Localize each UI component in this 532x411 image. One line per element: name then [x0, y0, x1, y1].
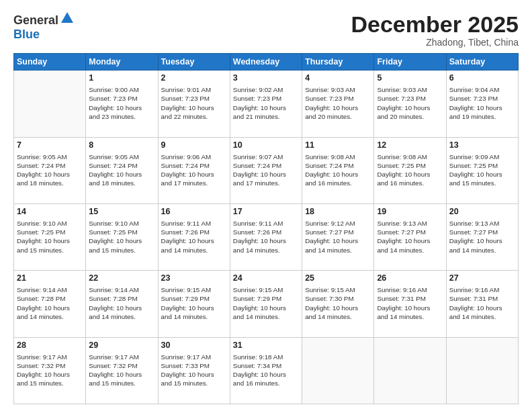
weekday-header-row: SundayMondayTuesdayWednesdayThursdayFrid… — [14, 54, 519, 71]
day-info: Sunrise: 9:00 AM Sunset: 7:23 PM Dayligh… — [89, 85, 154, 121]
day-number: 31 — [233, 340, 299, 351]
logo: General Blue — [13, 12, 75, 41]
calendar-cell: 5Sunrise: 9:03 AM Sunset: 7:23 PM Daylig… — [374, 71, 446, 137]
day-info: Sunrise: 9:13 AM Sunset: 7:27 PM Dayligh… — [449, 219, 515, 255]
day-number: 5 — [377, 73, 443, 84]
day-number: 7 — [17, 140, 83, 151]
calendar-cell: 2Sunrise: 9:01 AM Sunset: 7:23 PM Daylig… — [158, 71, 230, 137]
logo-general: General — [13, 14, 58, 26]
calendar-cell: 23Sunrise: 9:15 AM Sunset: 7:29 PM Dayli… — [158, 271, 230, 337]
calendar-week-2: 7Sunrise: 9:05 AM Sunset: 7:24 PM Daylig… — [14, 137, 519, 203]
day-number: 4 — [305, 73, 371, 84]
svg-marker-0 — [61, 12, 73, 23]
day-number: 8 — [89, 140, 154, 151]
day-number: 11 — [305, 140, 371, 151]
calendar-cell — [302, 337, 374, 404]
day-number: 1 — [89, 73, 154, 84]
calendar-cell: 1Sunrise: 9:00 AM Sunset: 7:23 PM Daylig… — [86, 71, 158, 137]
day-info: Sunrise: 9:11 AM Sunset: 7:26 PM Dayligh… — [233, 219, 299, 255]
location-subtitle: Zhadong, Tibet, China — [351, 37, 519, 48]
day-info: Sunrise: 9:02 AM Sunset: 7:23 PM Dayligh… — [233, 85, 299, 121]
title-block: December 2025 Zhadong, Tibet, China — [351, 12, 519, 48]
day-number: 28 — [17, 340, 83, 351]
calendar-cell: 14Sunrise: 9:10 AM Sunset: 7:25 PM Dayli… — [14, 204, 86, 271]
calendar-cell: 31Sunrise: 9:18 AM Sunset: 7:34 PM Dayli… — [230, 337, 302, 404]
calendar-cell: 25Sunrise: 9:15 AM Sunset: 7:30 PM Dayli… — [302, 271, 374, 337]
day-info: Sunrise: 9:15 AM Sunset: 7:30 PM Dayligh… — [305, 285, 371, 321]
calendar-cell: 27Sunrise: 9:16 AM Sunset: 7:31 PM Dayli… — [446, 271, 518, 337]
day-number: 23 — [161, 273, 227, 284]
calendar-cell: 18Sunrise: 9:12 AM Sunset: 7:27 PM Dayli… — [302, 204, 374, 271]
calendar-cell: 4Sunrise: 9:03 AM Sunset: 7:23 PM Daylig… — [302, 71, 374, 137]
day-number: 15 — [89, 206, 154, 218]
day-number: 25 — [305, 273, 371, 284]
day-info: Sunrise: 9:15 AM Sunset: 7:29 PM Dayligh… — [161, 285, 227, 321]
calendar-body: 1Sunrise: 9:00 AM Sunset: 7:23 PM Daylig… — [14, 71, 519, 404]
calendar-cell — [446, 337, 518, 404]
day-info: Sunrise: 9:05 AM Sunset: 7:24 PM Dayligh… — [89, 152, 154, 188]
day-info: Sunrise: 9:13 AM Sunset: 7:27 PM Dayligh… — [377, 219, 443, 255]
weekday-header-thursday: Thursday — [302, 54, 374, 71]
calendar-cell: 10Sunrise: 9:07 AM Sunset: 7:24 PM Dayli… — [230, 137, 302, 203]
day-number: 16 — [161, 206, 227, 218]
calendar-cell: 22Sunrise: 9:14 AM Sunset: 7:28 PM Dayli… — [86, 271, 158, 337]
weekday-header-sunday: Sunday — [14, 54, 86, 71]
day-number: 24 — [233, 273, 299, 284]
day-info: Sunrise: 9:16 AM Sunset: 7:31 PM Dayligh… — [449, 285, 515, 321]
calendar-cell: 20Sunrise: 9:13 AM Sunset: 7:27 PM Dayli… — [446, 204, 518, 271]
month-title: December 2025 — [351, 12, 519, 37]
day-number: 3 — [233, 73, 299, 84]
day-number: 12 — [377, 140, 443, 151]
day-info: Sunrise: 9:12 AM Sunset: 7:27 PM Dayligh… — [305, 219, 371, 255]
day-number: 29 — [89, 340, 154, 351]
calendar-cell: 15Sunrise: 9:10 AM Sunset: 7:25 PM Dayli… — [86, 204, 158, 271]
day-info: Sunrise: 9:03 AM Sunset: 7:23 PM Dayligh… — [305, 85, 371, 121]
calendar-cell — [14, 71, 86, 137]
calendar-cell: 13Sunrise: 9:09 AM Sunset: 7:25 PM Dayli… — [446, 137, 518, 203]
day-number: 17 — [233, 206, 299, 218]
day-number: 22 — [89, 273, 154, 284]
day-number: 9 — [161, 140, 227, 151]
calendar-cell: 9Sunrise: 9:06 AM Sunset: 7:24 PM Daylig… — [158, 137, 230, 203]
calendar-cell: 29Sunrise: 9:17 AM Sunset: 7:32 PM Dayli… — [86, 337, 158, 404]
day-info: Sunrise: 9:08 AM Sunset: 7:24 PM Dayligh… — [305, 152, 371, 188]
calendar-cell: 6Sunrise: 9:04 AM Sunset: 7:23 PM Daylig… — [446, 71, 518, 137]
day-info: Sunrise: 9:09 AM Sunset: 7:25 PM Dayligh… — [449, 152, 515, 188]
day-number: 26 — [377, 273, 443, 284]
day-number: 2 — [161, 73, 227, 84]
calendar-week-4: 21Sunrise: 9:14 AM Sunset: 7:28 PM Dayli… — [14, 271, 519, 337]
day-info: Sunrise: 9:07 AM Sunset: 7:24 PM Dayligh… — [233, 152, 299, 188]
day-number: 27 — [449, 273, 515, 284]
day-info: Sunrise: 9:08 AM Sunset: 7:25 PM Dayligh… — [377, 152, 443, 188]
calendar-cell: 21Sunrise: 9:14 AM Sunset: 7:28 PM Dayli… — [14, 271, 86, 337]
day-info: Sunrise: 9:17 AM Sunset: 7:32 PM Dayligh… — [17, 353, 83, 388]
calendar-cell: 17Sunrise: 9:11 AM Sunset: 7:26 PM Dayli… — [230, 204, 302, 271]
calendar-cell: 12Sunrise: 9:08 AM Sunset: 7:25 PM Dayli… — [374, 137, 446, 203]
day-number: 20 — [449, 206, 515, 218]
logo-blue: Blue — [13, 28, 40, 41]
day-info: Sunrise: 9:10 AM Sunset: 7:25 PM Dayligh… — [89, 219, 154, 255]
calendar-cell: 11Sunrise: 9:08 AM Sunset: 7:24 PM Dayli… — [302, 137, 374, 203]
calendar-cell: 3Sunrise: 9:02 AM Sunset: 7:23 PM Daylig… — [230, 71, 302, 137]
day-info: Sunrise: 9:16 AM Sunset: 7:31 PM Dayligh… — [377, 285, 443, 321]
calendar-week-1: 1Sunrise: 9:00 AM Sunset: 7:23 PM Daylig… — [14, 71, 519, 137]
weekday-header-friday: Friday — [374, 54, 446, 71]
weekday-header-wednesday: Wednesday — [230, 54, 302, 71]
calendar-cell: 7Sunrise: 9:05 AM Sunset: 7:24 PM Daylig… — [14, 137, 86, 203]
day-number: 14 — [17, 206, 83, 218]
calendar-cell — [374, 337, 446, 404]
day-info: Sunrise: 9:15 AM Sunset: 7:29 PM Dayligh… — [233, 285, 299, 321]
logo-icon — [58, 12, 75, 28]
day-number: 21 — [17, 273, 83, 284]
day-info: Sunrise: 9:17 AM Sunset: 7:33 PM Dayligh… — [161, 353, 227, 388]
day-number: 30 — [161, 340, 227, 351]
calendar-cell: 19Sunrise: 9:13 AM Sunset: 7:27 PM Dayli… — [374, 204, 446, 271]
calendar-cell: 30Sunrise: 9:17 AM Sunset: 7:33 PM Dayli… — [158, 337, 230, 404]
day-info: Sunrise: 9:10 AM Sunset: 7:25 PM Dayligh… — [17, 219, 83, 255]
calendar-cell: 24Sunrise: 9:15 AM Sunset: 7:29 PM Dayli… — [230, 271, 302, 337]
page: General Blue December 2025 Zhadong, Tibe… — [0, 0, 532, 411]
day-number: 10 — [233, 140, 299, 151]
day-info: Sunrise: 9:01 AM Sunset: 7:23 PM Dayligh… — [161, 85, 227, 121]
day-info: Sunrise: 9:17 AM Sunset: 7:32 PM Dayligh… — [89, 353, 154, 388]
day-info: Sunrise: 9:03 AM Sunset: 7:23 PM Dayligh… — [377, 85, 443, 121]
